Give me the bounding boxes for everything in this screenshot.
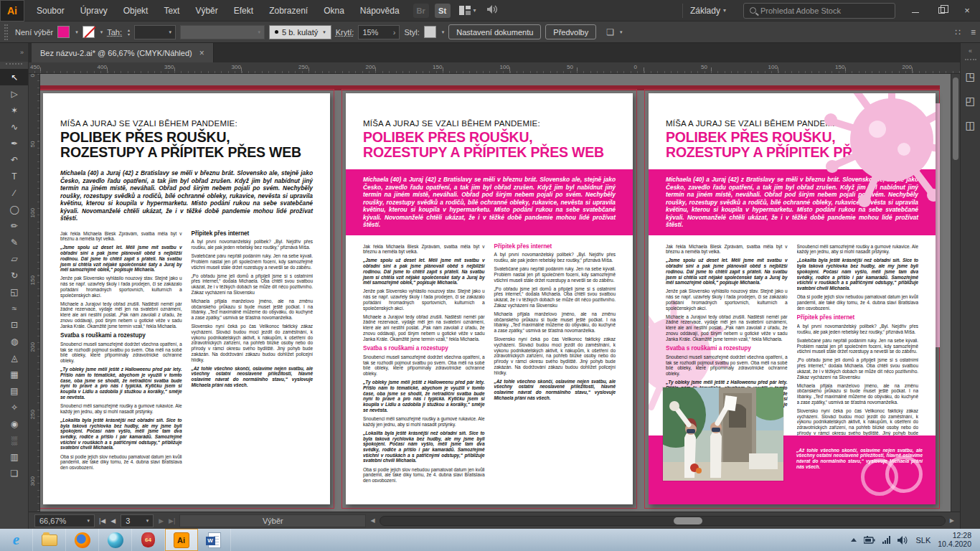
direct-selection-tool[interactable]: ▷ [0,85,28,102]
chevron-down-icon[interactable]: ▾ [473,7,476,14]
gradient-tool[interactable]: ▤ [0,382,28,399]
graphic-style-swatch[interactable] [424,26,436,38]
shape-builder-tool[interactable]: ◍ [0,333,28,349]
canvas[interactable]: MÍŠA A JURAJ SE VZALI BĚHEM PANDEMIE: PO… [40,74,951,512]
chevron-down-icon[interactable]: ▾ [620,29,623,35]
export-panel-icon[interactable]: ◳ [961,65,980,89]
first-artboard-icon[interactable]: |◀ [99,517,105,524]
menu-item[interactable]: Nápověda [352,0,407,22]
pen-tool[interactable]: ✒ [0,135,28,151]
collapse-tools-icon[interactable]: » [20,49,24,56]
curvature-tool[interactable]: ↶ [0,151,28,168]
horizontal-scrollbar[interactable] [380,516,946,526]
language-indicator[interactable]: SLK [915,536,930,545]
menu-item[interactable]: Objekt [116,0,156,22]
chevron-down-icon[interactable]: ▾ [75,29,78,35]
panel-grip[interactable] [4,24,8,40]
symbol-sprayer-tool[interactable]: ░ [0,432,28,448]
menu-item[interactable]: Výběr [187,0,225,22]
workspace-switcher[interactable]: Základy ▾ [682,4,736,18]
status-display[interactable]: Výběr [179,514,366,527]
eyedropper-tool[interactable]: ✧ [0,399,28,415]
artboard-1[interactable]: MÍŠA A JURAJ SE VZALI BĚHEM PANDEMIE: PO… [43,93,330,504]
close-tab-icon[interactable]: × [199,48,204,58]
adobe-stock-search[interactable]: Prohledat Adobe Stock [743,3,895,19]
menu-item[interactable]: Úpravy [72,0,116,22]
document-setup-button[interactable]: Nastavení dokumentu [448,24,541,39]
stroke-color-swatch[interactable] [83,26,95,38]
ellipse-tool[interactable]: ◯ [0,201,28,217]
artboard-3-page[interactable]: MÍŠA A JURAJ SE VZALI BĚHEM PANDEMIE: PO… [649,93,936,504]
scroll-left-icon[interactable]: ◀ [370,517,374,524]
lasso-tool[interactable]: ∿ [0,118,28,135]
eraser-tool[interactable]: ▱ [0,250,28,267]
mesh-tool[interactable]: ▦ [0,366,28,382]
pathfinder-panel-icon[interactable]: ◫ [961,113,980,138]
vertical-scroll-thumb[interactable] [953,77,958,160]
menu-item[interactable]: Zobrazení [261,0,316,22]
chevron-down-icon[interactable]: ▾ [100,29,103,35]
stroke-weight-stepper[interactable]: ▴▾ [128,28,130,37]
feedback-speaker-icon[interactable] [486,4,498,17]
chevron-down-icon[interactable]: ▾ [442,29,445,35]
artboard-2-page[interactable]: MÍŠA A JURAJ SE VZALI BĚHEM PANDEMIE: PO… [346,93,633,504]
taskbar-media-app[interactable] [99,529,132,551]
clock[interactable]: 12:28 10.4.2020 [938,532,971,548]
minimize-button[interactable] [903,0,928,22]
menu-item[interactable]: Soubor [29,0,72,22]
taskbar-internet-explorer[interactable]: e [0,529,33,551]
vertical-scrollbar[interactable] [951,74,960,512]
asset-export-panel-icon[interactable]: ◰ [961,89,980,113]
bridge-icon[interactable]: Br [413,4,429,18]
artboard-3[interactable]: MÍŠA A JURAJ SE VZALI BĚHEM PANDEMIE: PO… [649,93,936,504]
last-artboard-icon[interactable]: ▶| [169,517,175,524]
scroll-right-icon[interactable]: ▶ [950,517,954,524]
taskbar-game-app[interactable]: 64 [132,529,165,551]
line-segment-tool[interactable]: ∕ [0,184,28,201]
artboard-tool[interactable]: ❏ [0,465,28,481]
selection-tool[interactable]: ↖ [0,69,28,85]
taskbar-word[interactable]: W [198,529,231,551]
taskbar-illustrator[interactable]: Ai [165,529,198,551]
zoom-level-dropdown[interactable]: 66,67% ▾ [34,514,95,527]
align-grid-icon[interactable]: ∷ [955,27,961,37]
width-tool[interactable]: ≈ [0,300,28,316]
scale-tool[interactable]: ◱ [0,283,28,300]
menu-item[interactable]: Okna [316,0,352,22]
horizontal-scroll-thumb[interactable] [674,517,702,524]
isolate-selection-icon[interactable]: ❏ [606,27,614,37]
fill-color-swatch[interactable] [57,26,70,38]
shaper-tool[interactable]: ✎ [0,234,28,250]
artboard-number-dropdown[interactable]: 3 ▾ [121,514,154,527]
paragraph-options-icon[interactable]: ≡ [971,27,976,37]
magic-wand-tool[interactable]: ✶ [0,102,28,118]
opacity-field[interactable]: 15% › [358,25,400,39]
wedding-photo[interactable] [663,387,783,481]
blend-tool[interactable]: ◉ [0,415,28,432]
brush-definition-dropdown[interactable]: 5 b. kulatý ▾ [269,25,331,39]
close-button[interactable]: × [954,0,980,22]
menu-item[interactable]: Text [156,0,187,22]
free-transform-tool[interactable]: ⊡ [0,316,28,333]
preferences-button[interactable]: Předvolby [545,24,596,39]
previous-artboard-icon[interactable]: ◀ [110,517,116,524]
taskbar-firefox[interactable] [66,529,99,551]
dock-grip[interactable] [965,59,976,60]
network-signal-icon[interactable] [882,536,890,544]
artboard-2[interactable]: MÍŠA A JURAJ SE VZALI BĚHEM PANDEMIE: PO… [346,93,633,504]
arrange-documents-icon[interactable] [459,6,471,15]
taskbar-file-explorer[interactable] [33,529,66,551]
collapse-panels-icon[interactable]: « [969,43,972,59]
perspective-grid-tool[interactable]: ◬ [0,349,28,366]
paintbrush-tool[interactable]: ✏ [0,217,28,234]
battery-icon[interactable] [864,536,875,545]
artboard-1-page[interactable]: MÍŠA A JURAJ SE VZALI BĚHEM PANDEMIE: PO… [43,93,330,504]
column-graph-tool[interactable]: ▥ [0,448,28,465]
stroke-weight-field[interactable]: ▾ [134,25,176,39]
stock-icon[interactable]: St [435,4,451,18]
restore-button[interactable] [928,0,954,22]
menu-item[interactable]: Efekt [226,0,261,22]
tools-grip[interactable] [6,63,22,67]
volume-icon[interactable] [897,536,908,545]
document-tab[interactable]: Bez názvu-2.ai* @ 66,67% (CMYK/Náhled) × [32,43,214,62]
